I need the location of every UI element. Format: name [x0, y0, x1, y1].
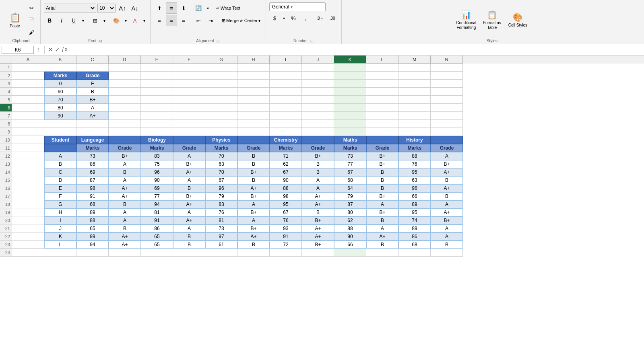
cell-I4[interactable] [270, 88, 302, 96]
cell-I2[interactable] [270, 72, 302, 80]
cell-K23[interactable]: 66 [334, 241, 366, 249]
cell-E19[interactable]: 81 [141, 208, 173, 216]
cell-E24[interactable] [141, 249, 173, 257]
cell-I13[interactable]: 62 [270, 160, 302, 168]
cell-C9[interactable] [76, 128, 109, 136]
orientation-button[interactable]: 🔄 [193, 2, 204, 14]
cell-F15[interactable]: A [173, 176, 205, 184]
cell-I8[interactable] [270, 120, 302, 128]
cell-F10[interactable] [173, 136, 205, 144]
cell-K4[interactable] [334, 88, 366, 96]
cell-M17[interactable]: 66 [398, 192, 431, 200]
cell-E4[interactable] [141, 88, 173, 96]
cell-D12[interactable]: B+ [109, 152, 141, 160]
cell-A8[interactable] [12, 120, 44, 128]
align-right-button[interactable]: ≡ [178, 15, 189, 26]
cell-H12[interactable]: B [237, 152, 270, 160]
cell-H9[interactable] [237, 128, 270, 136]
cell-G22[interactable]: 97 [205, 232, 237, 241]
cell-G21[interactable]: 73 [205, 224, 237, 232]
cell-K15[interactable]: 68 [334, 176, 366, 184]
cell-N21[interactable]: A [431, 224, 463, 232]
cell-D3[interactable] [109, 80, 141, 88]
cell-N12[interactable]: A [431, 152, 463, 160]
col-header-N[interactable]: N [431, 56, 463, 64]
cell-M13[interactable]: 76 [398, 160, 431, 168]
cell-C1[interactable] [76, 64, 109, 72]
cell-C19[interactable]: 89 [76, 208, 109, 216]
cell-H15[interactable]: B [237, 176, 270, 184]
cell-A22[interactable] [12, 232, 44, 241]
cell-E2[interactable] [141, 72, 173, 80]
cell-J6[interactable] [302, 104, 334, 112]
merge-center-button[interactable]: ⊞ Merge & Center ▾ [220, 17, 262, 25]
cell-K9[interactable] [334, 128, 366, 136]
cell-G18[interactable]: 83 [205, 200, 237, 208]
cell-M24[interactable] [398, 249, 431, 257]
formula-input[interactable] [69, 46, 642, 53]
cell-G20[interactable]: 81 [205, 216, 237, 224]
font-color-button[interactable]: A [129, 15, 140, 26]
cell-A20[interactable] [12, 216, 44, 224]
cell-I10[interactable]: Chemistry [270, 136, 302, 144]
cell-B16[interactable]: E [44, 184, 76, 192]
cell-A7[interactable] [12, 112, 44, 120]
cell-J21[interactable]: A+ [302, 224, 334, 232]
cell-N9[interactable] [431, 128, 463, 136]
fill-color-button[interactable]: 🎨 [111, 15, 122, 26]
cell-G16[interactable]: 96 [205, 184, 237, 192]
col-header-E[interactable]: E [141, 56, 173, 64]
align-left-button[interactable]: ≡ [154, 15, 165, 26]
cell-D23[interactable]: A+ [109, 241, 141, 249]
cell-K19[interactable]: 80 [334, 208, 366, 216]
col-header-K[interactable]: K [334, 56, 366, 64]
cell-F8[interactable] [173, 120, 205, 128]
cell-B4[interactable]: 60 [44, 88, 76, 96]
cell-D22[interactable]: A+ [109, 232, 141, 241]
cell-F22[interactable]: B [173, 232, 205, 241]
cell-D13[interactable]: A [109, 160, 141, 168]
cell-C11[interactable]: Marks [76, 144, 109, 152]
cell-B20[interactable]: I [44, 216, 76, 224]
cell-K13[interactable]: 77 [334, 160, 366, 168]
cell-L7[interactable] [366, 112, 398, 120]
cell-J9[interactable] [302, 128, 334, 136]
cell-J8[interactable] [302, 120, 334, 128]
cell-D5[interactable] [109, 96, 141, 104]
cell-N20[interactable]: B+ [431, 216, 463, 224]
cell-H18[interactable]: A [237, 200, 270, 208]
cell-D20[interactable]: A [109, 216, 141, 224]
cell-K7[interactable] [334, 112, 366, 120]
cell-E18[interactable]: 94 [141, 200, 173, 208]
cell-I19[interactable]: 67 [270, 208, 302, 216]
cell-G3[interactable] [205, 80, 237, 88]
cell-N4[interactable] [431, 88, 463, 96]
cell-N6[interactable] [431, 104, 463, 112]
cell-J12[interactable]: B+ [302, 152, 334, 160]
col-header-M[interactable]: M [398, 56, 431, 64]
cell-J24[interactable] [302, 249, 334, 257]
cell-B14[interactable]: C [44, 168, 76, 176]
cell-J14[interactable]: B [302, 168, 334, 176]
cell-L23[interactable]: B [366, 241, 398, 249]
cell-B1[interactable] [44, 64, 76, 72]
cell-K2[interactable] [334, 72, 366, 80]
cell-N15[interactable]: B [431, 176, 463, 184]
cell-H10[interactable] [237, 136, 270, 144]
decrease-indent-button[interactable]: ⇤ [193, 15, 204, 26]
cell-I21[interactable]: 93 [270, 224, 302, 232]
cell-K21[interactable]: 88 [334, 224, 366, 232]
currency-button[interactable]: $ [269, 12, 281, 24]
cell-D7[interactable] [109, 112, 141, 120]
cell-D6[interactable] [109, 104, 141, 112]
number-expand-icon[interactable]: ⊡ [310, 39, 314, 43]
cell-M3[interactable] [398, 80, 431, 88]
cell-E22[interactable]: 65 [141, 232, 173, 241]
cell-E11[interactable]: Marks [141, 144, 173, 152]
cell-G5[interactable] [205, 96, 237, 104]
cell-B15[interactable]: D [44, 176, 76, 184]
cell-D24[interactable] [109, 249, 141, 257]
cell-B13[interactable]: B [44, 160, 76, 168]
cell-K6[interactable] [334, 104, 366, 112]
cell-E13[interactable]: 75 [141, 160, 173, 168]
